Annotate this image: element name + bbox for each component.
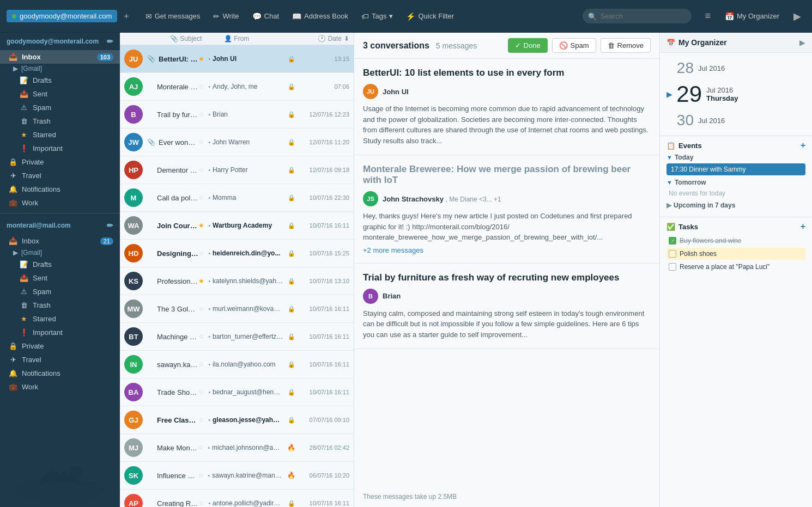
- sidebar-notifications-2[interactable]: 🔔 Notifications: [0, 366, 120, 380]
- sidebar-starred-2[interactable]: ★ Starred: [0, 312, 120, 326]
- sidebar-gmail-1[interactable]: ▶ [Gmail]: [0, 64, 120, 74]
- star-icon[interactable]: ☆: [198, 194, 204, 201]
- task-checkbox[interactable]: ✓: [669, 237, 676, 245]
- sidebar-sent-1[interactable]: 📤 Sent: [0, 87, 120, 101]
- get-messages-button[interactable]: ✉ Get messages: [140, 9, 206, 23]
- compose-icon-2[interactable]: ✏: [107, 221, 113, 230]
- sidebar-drafts-1[interactable]: 📝 Drafts: [0, 74, 120, 87]
- quick-filter-button[interactable]: ⚡ Quick Filter: [401, 9, 459, 23]
- sidebar-spam-2[interactable]: ⚠ Spam: [0, 285, 120, 298]
- task-item[interactable]: Reserve a place at "Papa Luci": [666, 261, 805, 273]
- sidebar-trash-2[interactable]: 🗑 Trash: [0, 298, 120, 312]
- sidebar-spam-1[interactable]: ⚠ Spam: [0, 101, 120, 114]
- tab-indicator[interactable]: goodymoody@monterail.com: [7, 10, 117, 22]
- email-subject: Call da police: [157, 194, 198, 202]
- task-item[interactable]: ✓Buy flowers and wine: [666, 235, 805, 247]
- conversation-block[interactable]: Monterale Breweree: How we merge passion…: [354, 155, 659, 264]
- email-row[interactable]: SK Influence The Influence... ☆ • sawayn…: [120, 462, 354, 490]
- more-messages[interactable]: +2 more messages: [363, 246, 651, 254]
- sidebar-gmail-2[interactable]: ▶ [Gmail]: [0, 248, 120, 258]
- sidebar-work-2[interactable]: 💼 Work: [0, 380, 120, 394]
- spam-button[interactable]: 🚫 Spam: [552, 38, 596, 53]
- tags-button[interactable]: 🏷 Tags ▾: [356, 9, 398, 23]
- star-icon[interactable]: ☆: [198, 166, 204, 174]
- sort-icon[interactable]: ⬇: [344, 35, 349, 42]
- tab-add-button[interactable]: +: [124, 11, 129, 21]
- email-row[interactable]: HP Dementor is not that bad ☆ • Harry Po…: [120, 156, 354, 184]
- sidebar-inbox-1[interactable]: 📥 Inbox 103: [0, 50, 120, 64]
- right-panel-header: 📅 My Organizer ▶: [660, 33, 812, 53]
- star-icon[interactable]: ☆: [198, 138, 204, 146]
- star-icon[interactable]: ☆: [198, 83, 204, 90]
- sidebar-drafts-2[interactable]: 📝 Drafts: [0, 258, 120, 271]
- email-meta: Dementor is not that bad ☆ • Harry Potte…: [147, 166, 349, 174]
- sidebar-important-1[interactable]: ❗ Important: [0, 142, 120, 155]
- star-icon[interactable]: ☆: [198, 416, 204, 424]
- account-2[interactable]: monterail@mail.com ✏: [0, 217, 120, 234]
- email-row[interactable]: GJ Free Classifieds Using Th... ☆ • glea…: [120, 406, 354, 434]
- star-icon[interactable]: ☆: [198, 472, 204, 479]
- search-input[interactable]: [583, 9, 692, 23]
- sidebar-work-1[interactable]: 💼 Work: [0, 196, 120, 210]
- star-icon[interactable]: ☆: [198, 305, 204, 313]
- star-icon[interactable]: ☆: [198, 333, 204, 340]
- sidebar-inbox-2[interactable]: 📥 Inbox 21: [0, 234, 120, 248]
- add-event-button[interactable]: +: [801, 141, 805, 150]
- task-checkbox[interactable]: [669, 250, 676, 258]
- lock-icon: 🔒: [288, 417, 295, 424]
- done-button[interactable]: ✓ Done: [508, 38, 548, 53]
- star-icon[interactable]: ★: [198, 55, 204, 63]
- email-from: katelynn.shields@yaho...: [213, 277, 283, 285]
- star-icon[interactable]: ★: [198, 277, 204, 285]
- email-row[interactable]: JU 📎 BetterUI: 10 list... ★ • John UI 🔒 …: [120, 45, 354, 73]
- star-icon[interactable]: ☆: [198, 249, 204, 257]
- organizer-button[interactable]: 📅 My Organizer: [719, 9, 785, 23]
- star-icon[interactable]: ★: [198, 222, 204, 229]
- email-row[interactable]: AJ Monterale Breweree: H... ☆ • Andy, Jo…: [120, 73, 354, 101]
- add-task-button[interactable]: +: [801, 222, 805, 231]
- email-row[interactable]: KS Professional Graphic De... ★ • kately…: [120, 267, 354, 295]
- email-row[interactable]: AP Creating Remarkable Po... ☆ • antone.…: [120, 490, 354, 507]
- sidebar-travel-2[interactable]: ✈ Travel: [0, 353, 120, 366]
- email-row[interactable]: IN sawayn.katrine@manley... ☆ • ila.nola…: [120, 351, 354, 378]
- star-icon[interactable]: ☆: [198, 361, 204, 368]
- star-icon[interactable]: ☆: [198, 111, 204, 118]
- right-panel-expand-button[interactable]: ▶: [799, 38, 805, 47]
- sidebar-notifications-1[interactable]: 🔔 Notifications: [0, 182, 120, 196]
- conversation-block[interactable]: BetterUI: 10 list elements to use in eve…: [354, 59, 659, 155]
- sidebar-sent-2[interactable]: 📤 Sent: [0, 271, 120, 285]
- task-item[interactable]: Polish shoes: [666, 248, 805, 260]
- email-row[interactable]: M Call da police ☆ • Momma 🔒 10/07/16 22…: [120, 184, 354, 212]
- spam-icon-2: ⚠: [20, 288, 28, 296]
- email-row[interactable]: MJ Make Money Online Thr... ☆ • michael.…: [120, 434, 354, 462]
- email-row[interactable]: JW 📎 Ever wondered abou... ☆ • John Warr…: [120, 129, 354, 156]
- expand-icon[interactable]: ▶: [789, 8, 805, 25]
- sidebar-trash-1[interactable]: 🗑 Trash: [0, 114, 120, 128]
- star-icon[interactable]: ☆: [198, 499, 204, 507]
- email-row[interactable]: HD Designing is important ☆ • heidenreic…: [120, 240, 354, 267]
- email-row[interactable]: WA Join Courses Now! ★ • Wartburg Academ…: [120, 212, 354, 240]
- sidebar-travel-1[interactable]: ✈ Travel: [0, 169, 120, 182]
- email-row[interactable]: MW The 3 Golden Rules Proff... ☆ • murl.…: [120, 295, 354, 323]
- gmail-folder-icon-2: ▶: [13, 249, 18, 256]
- email-row[interactable]: BT Machinge Leaning is ... ☆ • barton_tu…: [120, 323, 354, 351]
- sidebar-private-2[interactable]: 🔒 Private: [0, 339, 120, 353]
- address-book-button[interactable]: 📖 Address Book: [287, 9, 354, 23]
- star-icon[interactable]: ☆: [198, 388, 204, 396]
- task-checkbox[interactable]: [669, 263, 676, 271]
- today-event-item[interactable]: 17:30 Dinner with Sammy: [666, 163, 805, 175]
- sidebar-starred-1[interactable]: ★ Starred: [0, 128, 120, 142]
- star-icon[interactable]: ☆: [198, 444, 204, 451]
- notifications-icon-2: 🔔: [9, 369, 17, 377]
- sidebar-important-2[interactable]: ❗ Important: [0, 326, 120, 339]
- remove-button[interactable]: 🗑 Remove: [601, 38, 651, 53]
- sidebar-private-1[interactable]: 🔒 Private: [0, 155, 120, 169]
- write-button[interactable]: ✏ Write: [208, 9, 244, 23]
- chat-button[interactable]: 💬 Chat: [247, 9, 284, 23]
- account-1[interactable]: goodymoody@monterail.com ✏: [0, 33, 120, 50]
- menu-icon[interactable]: ≡: [700, 8, 715, 24]
- email-row[interactable]: B Trail by furniture as... ☆ • Brian 🔒 1…: [120, 101, 354, 129]
- conversation-block[interactable]: Trial by furniture as fresh way of recru…: [354, 264, 659, 350]
- email-row[interactable]: BA Trade Show Promotions ☆ • bednar_augu…: [120, 378, 354, 406]
- compose-icon-1[interactable]: ✏: [107, 37, 113, 46]
